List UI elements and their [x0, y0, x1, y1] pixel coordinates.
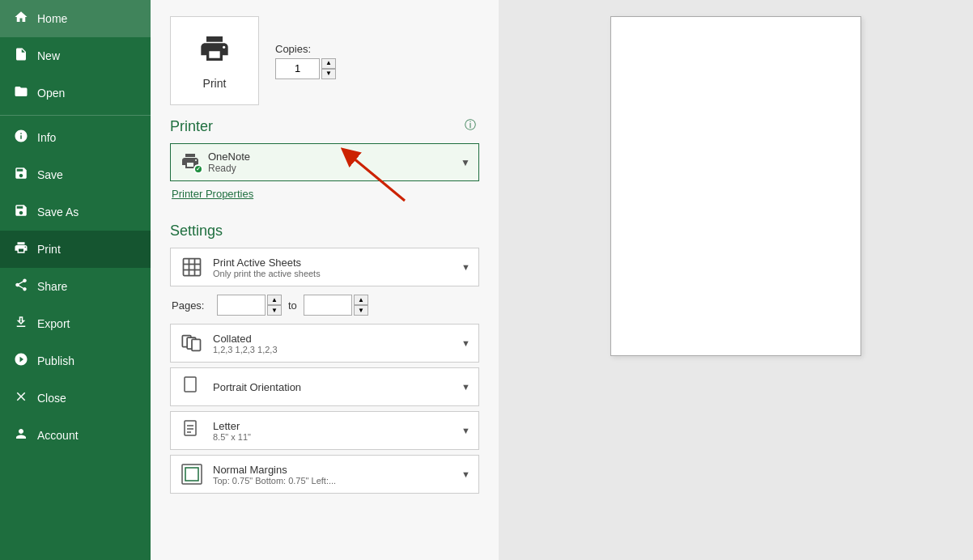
sidebar-item-publish[interactable]: Publish [0, 342, 151, 380]
printer-section-title: Printer [170, 118, 479, 135]
print-button-icon [198, 32, 231, 72]
info-icon [13, 129, 29, 146]
sidebar-item-label: New [37, 49, 60, 62]
preview-paper [610, 16, 861, 356]
sidebar-item-label: Account [37, 429, 79, 442]
orientation-arrow: ▼ [461, 382, 470, 392]
paper-arrow: ▼ [461, 426, 470, 435]
sidebar-item-export[interactable]: Export [0, 305, 151, 342]
open-icon [13, 84, 29, 102]
svg-rect-10 [185, 377, 196, 392]
pages-to-increment[interactable]: ▲ [354, 295, 368, 305]
print-button[interactable]: Print [170, 16, 259, 105]
preview-panel [499, 0, 973, 560]
sidebar-item-label: Publish [37, 354, 74, 367]
copies-decrement-button[interactable]: ▼ [321, 69, 336, 79]
paper-dropdown[interactable]: Letter 8.5" x 11" ▼ [170, 411, 479, 450]
print-button-label: Print [203, 77, 227, 90]
pages-to-input[interactable] [304, 295, 352, 316]
printer-section-wrapper: Printer ⓘ OneNote Ready ▼ [170, 118, 479, 181]
print-icon [13, 240, 29, 258]
print-sheets-dropdown[interactable]: Print Active Sheets Only print the activ… [170, 248, 479, 286]
orientation-dropdown[interactable]: Portrait Orientation ▼ [170, 367, 479, 406]
copies-label: Copies: [275, 43, 336, 55]
sidebar-item-share[interactable]: Share [0, 268, 151, 305]
printer-properties-link[interactable]: Printer Properties [172, 188, 253, 200]
printer-dropdown[interactable]: OneNote Ready ▼ [170, 143, 479, 181]
save-icon [13, 166, 29, 184]
sidebar-item-open[interactable]: Open [0, 74, 151, 112]
sidebar-item-label: Info [37, 131, 56, 144]
paper-text: Letter 8.5" x 11" [213, 420, 453, 442]
pages-from-input[interactable] [217, 295, 266, 316]
pages-label: Pages: [172, 299, 210, 312]
margins-dropdown[interactable]: Normal Margins Top: 0.75" Bottom: 0.75" … [170, 455, 479, 494]
printer-info-icon[interactable]: ⓘ [465, 118, 476, 133]
copies-input[interactable] [275, 58, 320, 79]
printer-status-indicator [193, 164, 203, 174]
collated-icon [179, 330, 205, 356]
margins-main: Normal Margins [213, 464, 453, 476]
sidebar-item-print[interactable]: Print [0, 231, 151, 268]
sidebar-item-label: Print [37, 243, 61, 256]
printer-dropdown-arrow: ▼ [461, 157, 470, 168]
sidebar-item-label: Share [37, 280, 67, 293]
print-button-area: Print Copies: ▲ ▼ [170, 16, 479, 105]
pages-to-label: to [288, 299, 297, 312]
sidebar-item-save-as[interactable]: Save As [0, 193, 151, 231]
sidebar-item-close[interactable]: Close [0, 380, 151, 417]
paper-main: Letter [213, 420, 453, 432]
sidebar-item-label: Save [37, 168, 63, 181]
pages-to-spinner: ▲ ▼ [354, 295, 368, 316]
publish-icon [13, 352, 29, 370]
print-panel: Print Copies: ▲ ▼ Printer ⓘ [151, 0, 499, 560]
paper-sub: 8.5" x 11" [213, 432, 453, 442]
print-sheets-arrow: ▼ [461, 262, 470, 272]
pages-from-decrement[interactable]: ▼ [267, 305, 282, 316]
pages-to-decrement[interactable]: ▼ [354, 305, 368, 316]
collated-text: Collated 1,2,3 1,2,3 1,2,3 [213, 333, 453, 354]
print-sheets-sub: Only print the active sheets [213, 269, 453, 278]
print-sheets-main: Print Active Sheets [213, 257, 453, 269]
export-icon [13, 315, 29, 333]
printer-name: OneNote [208, 151, 454, 163]
copies-spinner-buttons: ▲ ▼ [321, 58, 336, 79]
printer-status: Ready [208, 163, 454, 174]
printer-icon-wrap [179, 151, 202, 174]
sidebar-item-label: Open [37, 87, 65, 100]
sidebar-item-label: Export [37, 317, 70, 330]
orientation-main: Portrait Orientation [213, 381, 453, 393]
pages-row: Pages: ▲ ▼ to ▲ ▼ [170, 291, 479, 319]
share-icon [13, 278, 29, 295]
printer-properties-container: Printer Properties [170, 186, 479, 211]
pages-from-spinner: ▲ ▼ [267, 295, 282, 316]
pages-to-wrapper: ▲ ▼ [304, 295, 368, 316]
paper-icon [179, 418, 205, 443]
main-content: Print Copies: ▲ ▼ Printer ⓘ [151, 0, 973, 560]
sidebar-item-label: Close [37, 392, 66, 405]
collated-sub: 1,2,3 1,2,3 1,2,3 [213, 345, 453, 354]
sidebar-item-home[interactable]: Home [0, 0, 151, 37]
svg-rect-9 [192, 339, 201, 350]
collated-arrow: ▼ [461, 338, 470, 348]
margins-text: Normal Margins Top: 0.75" Bottom: 0.75" … [213, 464, 453, 486]
pages-from-increment[interactable]: ▲ [267, 295, 282, 305]
svg-rect-11 [185, 421, 196, 435]
sidebar-item-label: Home [37, 12, 67, 25]
copies-increment-button[interactable]: ▲ [321, 58, 336, 69]
sidebar-item-info[interactable]: Info [0, 119, 151, 156]
print-sheets-text: Print Active Sheets Only print the activ… [213, 257, 453, 278]
sidebar-item-save[interactable]: Save [0, 156, 151, 193]
sidebar-item-account[interactable]: Account [0, 417, 151, 454]
sidebar-item-new[interactable]: New [0, 37, 151, 74]
account-icon [13, 426, 29, 444]
svg-rect-16 [185, 468, 198, 481]
copies-area: Copies: ▲ ▼ [275, 43, 336, 79]
collated-dropdown[interactable]: Collated 1,2,3 1,2,3 1,2,3 ▼ [170, 324, 479, 363]
pages-from-wrapper: ▲ ▼ [217, 295, 282, 316]
sidebar-item-label: Save As [37, 206, 79, 218]
printer-info: OneNote Ready [208, 151, 454, 174]
print-sheets-icon [179, 254, 205, 280]
sidebar: Home New Open Info Save Save As Pri [0, 0, 151, 560]
new-icon [13, 47, 29, 65]
